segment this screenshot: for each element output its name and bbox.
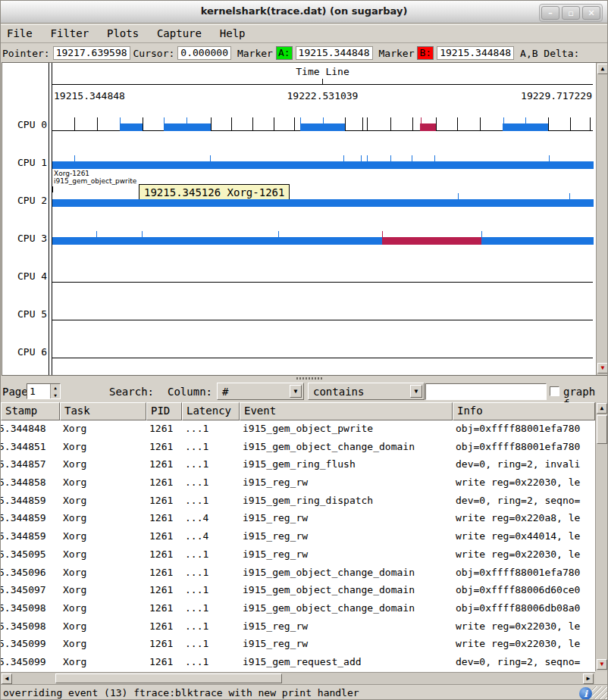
menu-plots[interactable]: Plots [101, 24, 145, 42]
table-cell: Xorg [60, 512, 146, 527]
marker-a-key[interactable]: A: [276, 46, 293, 60]
table-cell: Xorg [60, 423, 146, 438]
spin-down-icon[interactable]: ▼ [51, 392, 60, 399]
search-input[interactable] [425, 383, 547, 400]
event-tick [390, 117, 391, 131]
scroll-down-icon[interactable]: ▼ [597, 659, 607, 670]
event-tick [570, 117, 571, 131]
table-hscrollbar[interactable]: ◀ ▶ [1, 672, 595, 684]
info-icon[interactable]: i [579, 687, 592, 700]
cpu-task-bar [52, 237, 594, 245]
table-row[interactable]: 5.344851Xorg1261...1i915_gem_object_chan… [1, 439, 595, 457]
maximize-icon[interactable]: ▫ [562, 6, 580, 20]
scroll-down-icon[interactable]: ▼ [597, 363, 608, 373]
scroll-up-icon[interactable]: ▲ [597, 403, 607, 414]
table-row[interactable]: 5.344859Xorg1261...1i915_gem_ring_dispat… [1, 492, 595, 511]
scroll-right-icon[interactable]: ▶ [583, 673, 594, 684]
column-header-latency[interactable]: Latency [182, 402, 240, 420]
plot-area[interactable]: Time Line 19215.344848 19222.531039 1922… [52, 63, 593, 375]
cursor-value: 0.000000 [177, 46, 231, 60]
menu-help[interactable]: Help [214, 24, 252, 42]
table-row[interactable]: 5.344859Xorg1261...4i915_reg_rwwrite reg… [1, 528, 595, 546]
table-row[interactable]: 5.344859Xorg1261...4i915_reg_rwwrite reg… [1, 510, 595, 528]
table-cell: ...1 [182, 567, 240, 582]
table-cell: 1261 [146, 548, 182, 564]
table-cell: ...1 [182, 441, 240, 456]
cpu-row-label: CPU 3 [17, 233, 47, 244]
chevron-down-icon[interactable]: ▼ [410, 385, 422, 398]
table-cell: i915_gem_object_pwrite [240, 423, 453, 438]
splitter-handle-icon[interactable] [296, 377, 322, 380]
table-cell: ...4 [182, 512, 240, 527]
resize-grip-icon[interactable] [592, 686, 607, 700]
table-cell: i915_gem_ring_dispatch [240, 495, 453, 510]
match-select[interactable]: contains ▼ [308, 383, 425, 400]
menu-capture[interactable]: Capture [151, 24, 208, 42]
spin-up-icon[interactable]: ▲ [51, 384, 60, 392]
event-tick [458, 193, 459, 207]
axis-label-middle: 19222.531039 [52, 90, 593, 102]
close-icon[interactable]: ✕ [582, 6, 600, 20]
scroll-up-icon[interactable]: ▲ [597, 64, 608, 74]
column-header-info[interactable]: Info [453, 402, 595, 420]
event-table[interactable]: 5.344848Xorg1261...1i915_gem_object_pwri… [1, 420, 595, 672]
cpu-row-label: CPU 1 [17, 157, 47, 168]
column-header-task[interactable]: Task [60, 402, 146, 420]
table-cell: 1261 [146, 602, 182, 617]
event-tick [74, 155, 75, 169]
marker-b-key[interactable]: B: [417, 46, 434, 60]
table-cell: Xorg [60, 656, 146, 671]
table-row[interactable]: 5.345098Xorg1261...1i915_gem_object_chan… [1, 600, 595, 618]
marker-b-label: Marker [379, 48, 415, 59]
table-row[interactable]: 5.345099Xorg1261...1i915_reg_rwwrite reg… [1, 636, 595, 654]
title-bar[interactable]: kernelshark(trace.dat) (on sugarbay) – ▫… [1, 1, 607, 23]
table-cell: obj=0xffff88001efa780 [453, 567, 595, 582]
chevron-down-icon[interactable]: ▼ [290, 385, 302, 398]
table-row[interactable]: 5.345099Xorg1261...1i915_gem_request_add… [1, 654, 595, 672]
event-tick [97, 117, 98, 131]
menu-file[interactable]: File [1, 24, 39, 42]
timeline-graph-panel[interactable]: CPU 0CPU 1CPU 2CPU 3CPU 4CPU 5CPU 6 Time… [2, 62, 608, 376]
table-cell: Xorg [60, 620, 146, 636]
table-row[interactable]: 5.345096Xorg1261...1i915_gem_object_chan… [1, 564, 595, 583]
table-cell: 1261 [146, 656, 182, 671]
menu-filter[interactable]: Filter [45, 24, 96, 42]
minimize-icon[interactable]: – [541, 6, 559, 20]
scroll-left-icon[interactable]: ◀ [2, 673, 12, 684]
vscroll-thumb[interactable] [597, 415, 607, 444]
window-title: kernelshark(trace.dat) (on sugarbay) [1, 5, 607, 17]
table-cell: 5.345096 [1, 567, 58, 582]
pointer-label: Pointer: [2, 48, 50, 59]
page-spinner[interactable]: 1 ▲ ▼ [27, 383, 61, 399]
table-row[interactable]: 5.344858Xorg1261...1i915_reg_rwwrite reg… [1, 474, 595, 492]
pane-splitter[interactable] [1, 376, 607, 381]
table-cell: i915_reg_rw [240, 477, 453, 492]
table-row[interactable]: 5.344848Xorg1261...1i915_gem_object_pwri… [1, 420, 595, 439]
column-header-pid[interactable]: PID [146, 402, 182, 420]
table-cell: 5.345099 [1, 656, 58, 671]
column-select[interactable]: # ▼ [217, 383, 304, 400]
graph-vscrollbar[interactable]: ▲ ▼ [596, 63, 608, 375]
hscroll-thumb[interactable] [55, 673, 282, 683]
table-cell: 5.344848 [1, 423, 58, 438]
graph-follows-checkbox[interactable] [550, 386, 559, 396]
cpu-task-block [420, 123, 436, 131]
timeline-tooltip: 19215.345126 Xorg-1261 [139, 184, 290, 201]
event-tick [548, 117, 549, 131]
column-header-stamp[interactable]: Stamp [1, 402, 60, 420]
table-row[interactable]: 5.345095Xorg1261...1i915_reg_rwwrite reg… [1, 546, 595, 564]
table-vscrollbar[interactable]: ▲ ▼ [595, 402, 607, 671]
table-row[interactable]: 5.344857Xorg1261...1i915_gem_ring_flushd… [1, 456, 595, 474]
event-tick [412, 117, 413, 131]
table-cell: 1261 [146, 584, 182, 599]
cpu-task-bar [52, 199, 594, 207]
table-cell: write reg=0x44014, le [453, 530, 595, 545]
event-tick [382, 231, 383, 245]
column-select-value: # [222, 386, 228, 398]
cpu-column-separator [49, 63, 49, 375]
table-row[interactable]: 5.345097Xorg1261...1i915_gem_object_chan… [1, 582, 595, 600]
column-header-event[interactable]: Event [240, 402, 453, 420]
table-cell: Xorg [60, 477, 146, 492]
table-cell: obj=0xffff88001efa780 [453, 423, 595, 438]
table-row[interactable]: 5.345098Xorg1261...1i915_reg_rwwrite reg… [1, 618, 595, 636]
